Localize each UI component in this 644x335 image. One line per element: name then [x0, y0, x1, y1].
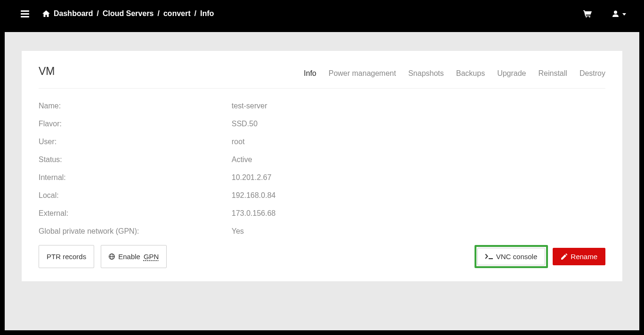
- page-background: VM Info Power management Snapshots Backu…: [5, 32, 639, 330]
- breadcrumb-cloud-servers[interactable]: Cloud Servers: [103, 9, 153, 18]
- value-name: test-server: [232, 102, 267, 110]
- tab-snapshots[interactable]: Snapshots: [408, 69, 444, 78]
- tab-info[interactable]: Info: [304, 69, 316, 78]
- breadcrumb-convert[interactable]: convert: [163, 9, 191, 18]
- value-flavor: SSD.50: [232, 120, 258, 128]
- enable-gpn-label-dotted: GPN: [144, 253, 159, 261]
- tabs: Info Power management Snapshots Backups …: [304, 69, 605, 78]
- ptr-records-button[interactable]: PTR records: [39, 245, 94, 268]
- value-user: root: [232, 138, 245, 146]
- topbar: Dashboard / Cloud Servers / convert / In…: [0, 0, 644, 27]
- chevron-down-icon: [622, 13, 626, 16]
- topbar-left: Dashboard / Cloud Servers / convert / In…: [21, 9, 214, 18]
- terminal-icon: [485, 254, 493, 259]
- enable-gpn-button[interactable]: EnableGPN: [101, 245, 167, 268]
- info-table: Name: test-server Flavor: SSD.50 User: r…: [39, 102, 605, 236]
- info-row-status: Status: Active: [39, 155, 605, 164]
- vnc-console-label: VNC console: [496, 253, 538, 261]
- user-icon: [612, 10, 619, 17]
- breadcrumb: Dashboard / Cloud Servers / convert / In…: [42, 9, 214, 18]
- topbar-right: [583, 10, 626, 17]
- home-icon[interactable]: [42, 10, 50, 17]
- value-gpn: Yes: [232, 227, 244, 236]
- vnc-console-button[interactable]: VNC console: [477, 248, 546, 265]
- svg-point-2: [614, 11, 617, 14]
- breadcrumb-dashboard[interactable]: Dashboard: [54, 9, 93, 18]
- info-row-flavor: Flavor: SSD.50: [39, 120, 605, 128]
- info-row-external: External: 173.0.156.68: [39, 209, 605, 218]
- info-row-name: Name: test-server: [39, 102, 605, 110]
- tab-upgrade[interactable]: Upgrade: [497, 69, 526, 78]
- info-row-local: Local: 192.168.0.84: [39, 191, 605, 200]
- label-flavor: Flavor:: [39, 120, 232, 128]
- label-local: Local:: [39, 191, 232, 200]
- label-gpn: Global private network (GPN):: [39, 227, 232, 236]
- value-internal: 10.201.2.67: [232, 173, 272, 182]
- breadcrumb-sep: /: [97, 9, 99, 18]
- label-internal: Internal:: [39, 173, 232, 182]
- actions-left: PTR records EnableGPN: [39, 245, 167, 268]
- label-user: User:: [39, 138, 232, 146]
- cart-icon[interactable]: [583, 10, 592, 17]
- rename-button[interactable]: Rename: [553, 248, 605, 265]
- actions-row: PTR records EnableGPN VNC console: [39, 245, 605, 268]
- info-row-internal: Internal: 10.201.2.67: [39, 173, 605, 182]
- enable-gpn-label-prefix: Enable: [118, 253, 140, 261]
- svg-point-1: [589, 16, 590, 17]
- breadcrumb-current: Info: [200, 9, 214, 18]
- page-wrap: VM Info Power management Snapshots Backu…: [0, 27, 644, 335]
- user-menu[interactable]: [612, 10, 626, 17]
- value-external: 173.0.156.68: [232, 209, 275, 218]
- globe-icon: [109, 253, 115, 260]
- breadcrumb-sep: /: [158, 9, 160, 18]
- page-title: VM: [39, 65, 55, 78]
- tab-reinstall[interactable]: Reinstall: [539, 69, 567, 78]
- tab-destroy[interactable]: Destroy: [580, 69, 605, 78]
- value-local: 192.168.0.84: [232, 191, 275, 200]
- tab-power-management[interactable]: Power management: [329, 69, 396, 78]
- info-row-user: User: root: [39, 138, 605, 146]
- label-external: External:: [39, 209, 232, 218]
- value-status: Active: [232, 155, 252, 164]
- edit-icon: [561, 253, 567, 260]
- breadcrumb-sep: /: [194, 9, 196, 18]
- actions-right: VNC console Rename: [475, 245, 605, 268]
- tab-backups[interactable]: Backups: [456, 69, 485, 78]
- svg-point-0: [586, 16, 587, 17]
- menu-icon[interactable]: [21, 10, 29, 17]
- panel-header: VM Info Power management Snapshots Backu…: [39, 65, 605, 89]
- rename-label: Rename: [571, 253, 597, 261]
- vm-panel: VM Info Power management Snapshots Backu…: [22, 51, 622, 281]
- label-status: Status:: [39, 155, 232, 164]
- vnc-console-highlight: VNC console: [475, 245, 548, 268]
- label-name: Name:: [39, 102, 232, 110]
- info-row-gpn: Global private network (GPN): Yes: [39, 227, 605, 236]
